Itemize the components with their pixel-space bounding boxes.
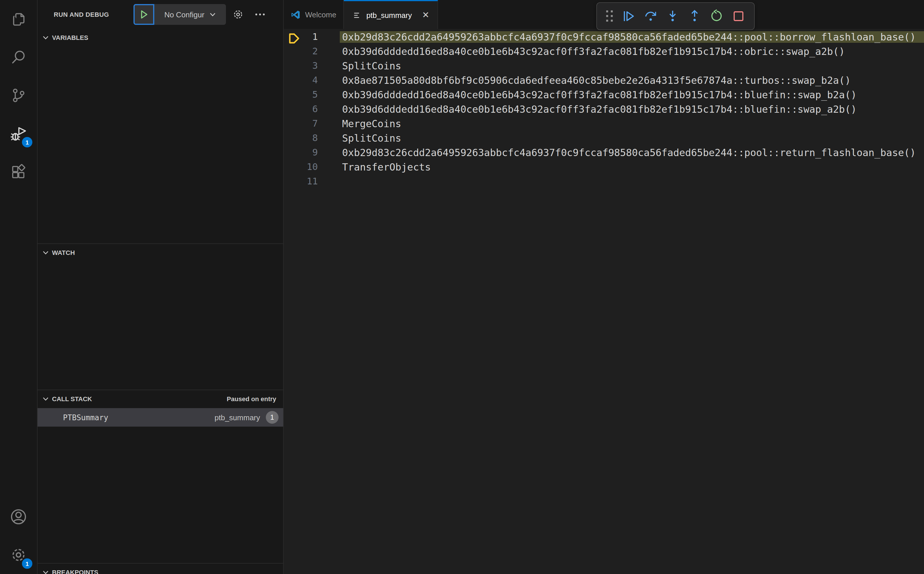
start-debugging-button[interactable] [134, 4, 154, 25]
call-stack-frame-row[interactable]: PTBSummary ptb_summary 1 [38, 408, 283, 427]
stack-frame-meta: ptb_summary 1 [215, 411, 279, 424]
variables-section-label: VARIABLES [52, 34, 88, 41]
line-number: 11 [284, 176, 340, 187]
code-editor[interactable]: 1 0xb29d83c26cdd2a64959263abbcfc4a6937f0… [284, 29, 924, 574]
play-icon [139, 9, 149, 20]
line-number: 2 [284, 46, 340, 57]
files-icon [10, 10, 27, 28]
line-number: 8 [284, 132, 340, 144]
settings-button[interactable]: 1 [0, 536, 37, 574]
stack-frame-name: PTBSummary [63, 413, 109, 422]
code-line: 6 0xb39d6dddedd16ed8a40ce0b1e6b43c92acf0… [284, 102, 924, 116]
tab-ptb-summary[interactable]: ptb_summary ✕ [344, 0, 438, 29]
editor-gutter[interactable]: 8 [284, 132, 340, 144]
call-stack-section-label: CALL STACK [52, 395, 92, 402]
vscode-window: 1 [0, 0, 924, 574]
vscode-logo-icon [291, 9, 301, 19]
editor-gutter[interactable]: 4 [284, 74, 340, 85]
continue-button[interactable] [619, 5, 639, 27]
chevron-down-icon [41, 248, 50, 257]
code-line-text: MergeCoins [340, 118, 924, 129]
line-number: 3 [284, 60, 340, 71]
tab-welcome[interactable]: Welcome [284, 0, 344, 29]
code-line: 3 SplitCoins [284, 58, 924, 73]
sidebar-item-run-and-debug[interactable]: 1 [0, 114, 37, 153]
settings-badge: 1 [22, 558, 32, 569]
debug-current-line-pointer-icon [288, 32, 301, 44]
sidebar-title: RUN AND DEBUG [54, 11, 109, 18]
stop-icon [732, 9, 745, 23]
code-line: 7 MergeCoins [284, 116, 924, 131]
call-stack-section-header[interactable]: CALL STACK Paused on entry [38, 390, 283, 406]
line-number: 10 [284, 161, 340, 172]
sidebar-item-source-control[interactable] [0, 76, 37, 114]
line-number: 4 [284, 74, 340, 85]
debug-launch-control: No Configur [134, 4, 226, 25]
debug-toolbar [597, 2, 755, 30]
code-line-text: 0xb29d83c26cdd2a64959263abbcfc4a6937f0c9… [340, 147, 924, 158]
chevron-down-icon [41, 394, 50, 404]
file-lines-icon [353, 11, 362, 19]
sidebar-item-explorer[interactable] [0, 0, 37, 38]
search-icon [10, 49, 27, 66]
stop-button[interactable] [729, 5, 748, 27]
extensions-icon [10, 163, 27, 180]
code-line: 2 0xb39d6dddedd16ed8a40ce0b1e6b43c92acf0… [284, 44, 924, 58]
breakpoints-section: BREAKPOINTS [38, 563, 283, 574]
debug-settings-button[interactable] [230, 0, 247, 29]
editor-gutter[interactable]: 10 [284, 161, 340, 172]
activity-bar: 1 [0, 0, 38, 574]
code-line: 11 [284, 174, 924, 188]
code-line: 10 TransferObjects [284, 159, 924, 174]
close-icon[interactable]: ✕ [420, 9, 431, 21]
code-line: 8 SplitCoins [284, 131, 924, 145]
editor-gutter[interactable]: 3 [284, 60, 340, 71]
source-control-icon [10, 87, 27, 104]
step-out-button[interactable] [685, 5, 704, 27]
watch-section-header[interactable]: WATCH [38, 244, 283, 260]
code-line: 4 0x8ae871505a80d8bf6bf9c05906cda6edfeea… [284, 73, 924, 87]
debug-configuration-label: No Configur [164, 10, 205, 19]
stack-frame-badge: 1 [266, 411, 279, 424]
variables-section-header[interactable]: VARIABLES [38, 29, 283, 45]
line-number: 7 [284, 118, 340, 129]
views-and-more-actions-button[interactable] [251, 0, 269, 29]
toolbar-drag-grip[interactable] [603, 5, 617, 27]
code-line-text: SplitCoins [340, 132, 924, 144]
code-line-text: 0xb39d6dddedd16ed8a40ce0b1e6b43c92acf0ff… [340, 46, 924, 57]
line-number: 6 [284, 104, 340, 114]
code-line-text: SplitCoins [340, 60, 924, 71]
code-line-text: 0xb39d6dddedd16ed8a40ce0b1e6b43c92acf0ff… [340, 103, 924, 115]
editor-gutter[interactable]: 2 [284, 46, 340, 57]
line-number: 5 [284, 89, 340, 100]
code-line: 9 0xb29d83c26cdd2a64959263abbcfc4a6937f0… [284, 145, 924, 159]
editor-gutter[interactable]: 6 [284, 104, 340, 114]
gear-icon [232, 8, 244, 21]
editor-gutter[interactable]: 5 [284, 89, 340, 100]
chevron-down-icon [41, 568, 50, 574]
editor-gutter[interactable]: 9 [284, 147, 340, 158]
paused-status-text: Paused on entry [227, 395, 276, 402]
step-over-button[interactable] [641, 5, 661, 27]
code-line-text: 0xb39d6dddedd16ed8a40ce0b1e6b43c92acf0ff… [340, 89, 924, 100]
chevron-down-icon [41, 33, 50, 42]
editor-gutter[interactable]: 1 [284, 31, 340, 42]
step-into-button[interactable] [663, 5, 682, 27]
watch-section-label: WATCH [52, 249, 75, 256]
editor-gutter[interactable]: 11 [284, 176, 340, 187]
chevron-down-icon [209, 11, 216, 18]
debug-configuration-dropdown[interactable]: No Configur [154, 4, 226, 25]
run-and-debug-sidebar: RUN AND DEBUG No Configur [38, 0, 284, 574]
restart-icon [710, 9, 724, 23]
account-icon [9, 508, 28, 526]
account-button[interactable] [0, 498, 37, 536]
restart-button[interactable] [707, 5, 726, 27]
breakpoints-section-header[interactable]: BREAKPOINTS [38, 564, 283, 574]
line-number: 9 [284, 147, 340, 158]
call-stack-section: CALL STACK Paused on entry PTBSummary pt… [38, 390, 283, 563]
sidebar-item-search[interactable] [0, 38, 37, 76]
code-line-text: 0x8ae871505a80d8bf6bf9c05906cda6edfeea46… [340, 74, 924, 86]
sidebar-item-extensions[interactable] [0, 153, 37, 191]
editor-area: Welcome ptb_summary ✕ [284, 0, 924, 574]
editor-gutter[interactable]: 7 [284, 118, 340, 129]
